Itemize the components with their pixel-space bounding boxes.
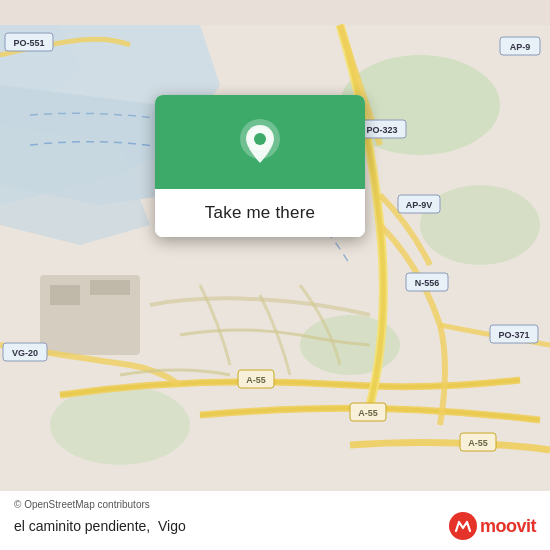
popup-card: Take me there: [155, 95, 365, 237]
svg-rect-11: [90, 280, 130, 295]
bottom-bar: © OpenStreetMap contributors el caminito…: [0, 491, 550, 550]
svg-text:AP-9V: AP-9V: [406, 200, 433, 210]
svg-text:PO-323: PO-323: [366, 125, 397, 135]
svg-text:PO-551: PO-551: [13, 38, 44, 48]
svg-text:A-55: A-55: [358, 408, 378, 418]
location-info: el caminito pendiente, Vigo moovit: [14, 512, 536, 540]
location-pin-icon: [233, 117, 287, 171]
svg-rect-10: [50, 285, 80, 305]
map-container: PO-551 PO-323 AP-9 AP-9V N-556 PO-371 VG…: [0, 0, 550, 550]
svg-text:AP-9: AP-9: [510, 42, 531, 52]
location-name: el caminito pendiente, Vigo: [14, 518, 186, 534]
attribution-text: © OpenStreetMap contributors: [14, 499, 150, 510]
svg-point-34: [254, 133, 266, 145]
svg-point-35: [449, 512, 477, 540]
svg-text:A-55: A-55: [246, 375, 266, 385]
moovit-logo-icon: [449, 512, 477, 540]
svg-text:N-556: N-556: [415, 278, 440, 288]
svg-text:PO-371: PO-371: [498, 330, 529, 340]
svg-text:A-55: A-55: [468, 438, 488, 448]
moovit-text: moovit: [480, 516, 536, 537]
map-background: PO-551 PO-323 AP-9 AP-9V N-556 PO-371 VG…: [0, 0, 550, 550]
svg-text:VG-20: VG-20: [12, 348, 38, 358]
moovit-logo: moovit: [449, 512, 536, 540]
take-me-there-button[interactable]: Take me there: [155, 189, 365, 237]
attribution: © OpenStreetMap contributors: [14, 499, 536, 510]
popup-icon-area: [155, 95, 365, 189]
